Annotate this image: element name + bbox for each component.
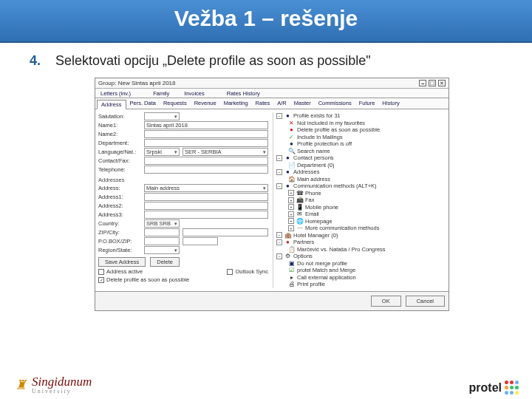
tree-item[interactable]: 📄Department (0): [276, 162, 446, 169]
tree-item[interactable]: +⋯More communication methods: [276, 225, 446, 232]
tree-item[interactable]: ●Delete profile as soon as possible: [276, 126, 446, 134]
name2-input[interactable]: [144, 130, 268, 138]
tree-item[interactable]: 🖨Print profile: [276, 281, 446, 288]
tree-item[interactable]: ▸Call external application: [276, 274, 446, 282]
tree-label: Phone: [305, 190, 321, 197]
delete-profile-checkbox[interactable]: ✓: [98, 277, 104, 283]
tree-item[interactable]: −●Partners: [276, 239, 446, 246]
tree-item[interactable]: ▣Do not merge profile: [276, 260, 446, 267]
tree-icon: ⚙: [284, 253, 291, 259]
tab-rates[interactable]: Rates: [252, 99, 274, 109]
salutation-select[interactable]: [144, 112, 180, 120]
tree-item[interactable]: +🌐Homepage: [276, 218, 446, 225]
tab[interactable]: [173, 89, 180, 98]
department-input[interactable]: [144, 139, 268, 147]
toggle-icon[interactable]: +: [288, 211, 294, 217]
name1-input[interactable]: Sintas april 2018: [144, 121, 268, 129]
tree-panel: −●Profile exists for 31✕Not included in …: [273, 112, 446, 288]
tree-item[interactable]: −●Communication methods (ALT+K): [276, 183, 446, 190]
toggle-icon[interactable]: −: [276, 169, 282, 175]
tab-history[interactable]: History: [378, 99, 403, 109]
tree-label: Main address: [297, 176, 330, 183]
tab-marketing[interactable]: Marketing: [220, 99, 252, 109]
pobox-input[interactable]: [144, 237, 180, 245]
tree-icon: ●: [284, 183, 291, 189]
maximize-button[interactable]: ☐: [429, 80, 436, 86]
delete-address-button[interactable]: Delete: [150, 257, 180, 267]
language-select[interactable]: Srpski: [144, 148, 180, 156]
section-header: Addresses: [98, 177, 268, 183]
address1-input[interactable]: [144, 193, 268, 201]
toggle-icon[interactable]: +: [288, 218, 294, 224]
tree-item[interactable]: −⚙Options: [276, 253, 446, 260]
cancel-button[interactable]: Cancel: [406, 296, 445, 307]
city-input[interactable]: [183, 228, 268, 236]
tab-pers-data[interactable]: Pers. Data: [126, 99, 160, 109]
tab-master[interactable]: Master: [290, 99, 315, 109]
telephone-input[interactable]: [144, 166, 268, 174]
outlook-sync-checkbox[interactable]: [227, 269, 233, 275]
tab-address[interactable]: Address: [97, 100, 126, 109]
tab[interactable]: Letters (inv.): [97, 89, 134, 98]
tab-requests[interactable]: Requests: [160, 99, 191, 109]
ok-button[interactable]: OK: [371, 296, 401, 307]
minimize-button[interactable]: ‒: [419, 80, 426, 86]
tab-commissions[interactable]: Commissions: [315, 99, 355, 109]
toggle-icon[interactable]: −: [276, 253, 282, 259]
pobox-zip-input[interactable]: [183, 237, 218, 245]
save-address-button[interactable]: Save Address: [98, 257, 146, 267]
close-button[interactable]: ✕: [438, 80, 446, 86]
tree-item[interactable]: −●Addresses: [276, 168, 446, 176]
tab[interactable]: [142, 89, 149, 98]
tab[interactable]: [134, 89, 142, 98]
toggle-icon[interactable]: −: [276, 113, 282, 119]
toggle-icon[interactable]: +: [288, 190, 294, 196]
tree-item[interactable]: ☑protel Match and Merge: [276, 267, 446, 274]
zip-input[interactable]: [144, 228, 180, 236]
contact-input[interactable]: [144, 157, 268, 165]
tab[interactable]: Rates History: [223, 89, 264, 98]
window-title: Group: New Sintas april 2018: [98, 80, 417, 86]
toggle-icon[interactable]: +: [288, 225, 294, 231]
tab-revenue[interactable]: Revenue: [191, 99, 220, 109]
tree-item[interactable]: −●Profile exists for 31: [276, 112, 446, 120]
tree-item[interactable]: +📠Fax: [276, 197, 446, 204]
label: Name2:: [98, 131, 144, 137]
toggle-icon[interactable]: −: [276, 183, 282, 189]
address3-input[interactable]: [144, 211, 268, 219]
tab-a-r[interactable]: A/R: [273, 99, 290, 109]
tab[interactable]: Family: [149, 89, 173, 98]
tree-item[interactable]: ✓Include in Mailings: [276, 134, 446, 141]
toggle-icon[interactable]: +: [288, 197, 294, 203]
tab-future[interactable]: Future: [355, 99, 379, 109]
tree-item[interactable]: 🏠Main address: [276, 176, 446, 183]
tree-item[interactable]: +📱Mobile phone: [276, 204, 446, 211]
tree-label: Profile protection is off: [297, 140, 352, 147]
tree-item[interactable]: 📋Marčević vs. Nataša / Pro Congress: [276, 246, 446, 253]
toggle-icon[interactable]: −: [276, 232, 282, 238]
label: ZIP/City:: [98, 229, 144, 236]
address2-input[interactable]: [144, 202, 268, 210]
tree-item[interactable]: −🏨Hotel Manager (0): [276, 232, 446, 239]
tab[interactable]: [216, 89, 223, 98]
tree-item[interactable]: ✕Not included in my favorites: [276, 120, 446, 127]
country-select[interactable]: SRB SRB: [144, 219, 180, 228]
nationality-select[interactable]: SER - SERBIA: [183, 148, 268, 156]
tree-label: Not included in my favorites: [297, 120, 365, 126]
tree-item[interactable]: ●Profile protection is off: [276, 140, 446, 148]
toggle-icon[interactable]: −: [276, 155, 282, 161]
label: Address active: [106, 268, 143, 275]
tree-label: Addresses: [293, 168, 319, 175]
address-active-checkbox[interactable]: [98, 269, 104, 275]
tree-item[interactable]: −●Contact persons: [276, 154, 446, 162]
address-select[interactable]: Main address: [144, 184, 268, 192]
tree-item[interactable]: +☎Phone: [276, 190, 446, 197]
tab[interactable]: [208, 89, 216, 98]
toggle-icon[interactable]: −: [276, 239, 282, 245]
tree-item[interactable]: 🔍Search name: [276, 148, 446, 155]
tree-icon: ▣: [288, 260, 295, 267]
toggle-icon[interactable]: +: [288, 204, 294, 210]
region-select[interactable]: [144, 246, 180, 254]
tree-item[interactable]: +✉Email: [276, 211, 446, 218]
tab[interactable]: Invoices: [180, 89, 208, 98]
